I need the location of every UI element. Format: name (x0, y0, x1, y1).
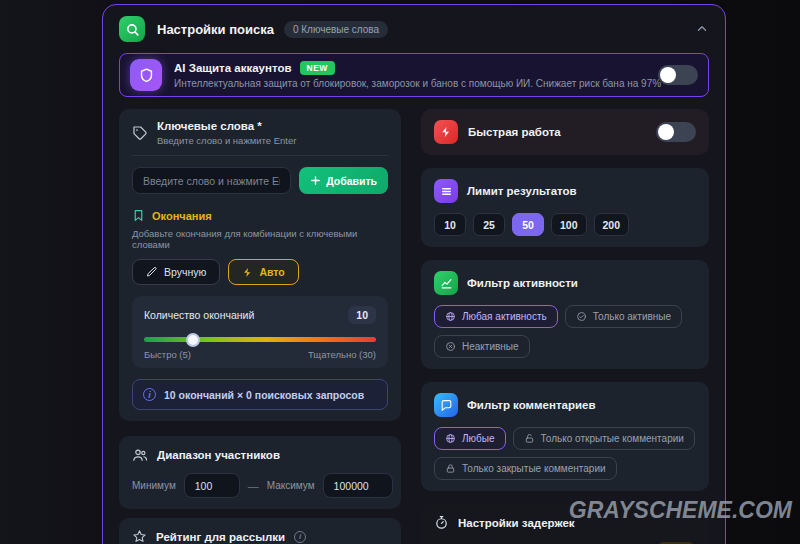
endings-count-card: Количество окончаний 10 Быстро (5) Тщате… (132, 296, 388, 368)
endings-count-slider[interactable] (144, 337, 376, 342)
search-icon (119, 16, 145, 42)
activity-filter-card: Фильтр активности Любая активность (421, 260, 709, 369)
chevron-up-icon[interactable] (695, 22, 709, 36)
auto-endings-button[interactable]: Авто (228, 259, 298, 285)
bolt-icon (434, 120, 458, 144)
limit-option-50[interactable]: 50 (512, 213, 544, 236)
pencil-icon (146, 266, 158, 278)
rating-card: Рейтинг для рассылки i 1/10 (119, 518, 401, 544)
activity-filter-title: Фильтр активности (467, 277, 578, 289)
comments-option-any[interactable]: Любые (434, 427, 506, 450)
info-icon: i (294, 531, 306, 543)
keywords-subtitle: Введите слово и нажмите Enter (157, 135, 296, 146)
max-label: Максимум (267, 480, 315, 491)
search-settings-panel: Настройки поиска 0 Ключевые слова AI Защ… (102, 4, 726, 544)
shield-icon (130, 59, 162, 91)
range-separator: — (248, 480, 259, 492)
endings-title: Окончания (152, 210, 212, 222)
fast-mode-card: Быстрая работа (421, 109, 709, 155)
lightning-icon (242, 267, 253, 278)
x-circle-icon (445, 341, 456, 352)
participants-title: Диапазон участников (157, 449, 280, 461)
comments-filter-title: Фильтр комментариев (467, 399, 596, 411)
comments-filter-card: Фильтр комментариев Любые (421, 382, 709, 491)
ai-protection-banner: AI Защита аккаунтов NEW Интеллектуальная… (119, 53, 709, 97)
activity-option-any[interactable]: Любая активность (434, 305, 558, 328)
globe-icon (445, 311, 456, 322)
users-icon (132, 447, 148, 463)
ai-banner-title: AI Защита аккаунтов (174, 62, 292, 74)
keywords-count-badge: 0 Ключевые слова (284, 21, 388, 38)
ai-banner-description: Интеллектуальная защита от блокировок, з… (174, 78, 646, 89)
new-badge: NEW (300, 61, 335, 75)
activity-option-active[interactable]: Только активные (565, 305, 682, 328)
endings-info-text: 10 окончаний × 0 поисковых запросов (164, 389, 364, 401)
panel-header: Настройки поиска 0 Ключевые слова (103, 5, 725, 51)
min-label: Минимум (132, 480, 176, 491)
endings-count-value: 10 (348, 306, 376, 324)
lock-icon (445, 463, 456, 474)
activity-option-inactive[interactable]: Неактивные (434, 335, 530, 358)
endings-info-box: i 10 окончаний × 0 поисковых запросов (132, 379, 388, 410)
keywords-title: Ключевые слова * (157, 120, 296, 132)
participants-card: Диапазон участников Минимум — Максимум (119, 436, 401, 509)
add-keyword-button[interactable]: Добавить (299, 167, 388, 194)
comments-option-closed[interactable]: Только закрытые комментарии (434, 457, 617, 480)
chart-icon (434, 271, 458, 295)
endings-count-label: Количество окончаний (144, 309, 254, 321)
fast-mode-title: Быстрая работа (468, 126, 561, 138)
plus-icon (310, 175, 321, 186)
limit-option-100[interactable]: 100 (551, 213, 587, 236)
info-icon: i (143, 388, 156, 401)
max-participants-input[interactable] (323, 473, 393, 498)
slider-min-label: Быстро (5) (144, 349, 191, 360)
results-limit-card: Лимит результатов 10 25 50 100 200 (421, 168, 709, 247)
results-limit-title: Лимит результатов (467, 185, 577, 197)
chat-icon (434, 393, 458, 417)
watermark: GRAYSCHEME.COM (569, 497, 792, 524)
keyword-input[interactable] (132, 167, 291, 194)
fast-mode-toggle[interactable] (656, 122, 696, 142)
stopwatch-icon (434, 515, 449, 530)
min-participants-input[interactable] (184, 473, 240, 498)
globe-icon (445, 433, 456, 444)
rating-title: Рейтинг для рассылки (156, 531, 285, 543)
page-title: Настройки поиска (157, 22, 274, 37)
limit-option-25[interactable]: 25 (473, 213, 505, 236)
tag-icon (132, 125, 148, 141)
slider-max-label: Тщательно (30) (308, 349, 376, 360)
star-icon (132, 529, 147, 544)
limit-option-200[interactable]: 200 (594, 213, 630, 236)
comments-option-open[interactable]: Только открытые комментарии (513, 427, 695, 450)
slider-thumb[interactable] (186, 333, 200, 347)
check-circle-icon (576, 311, 587, 322)
delays-title: Настройки задержек (458, 517, 575, 529)
limit-option-10[interactable]: 10 (434, 213, 466, 236)
manual-endings-button[interactable]: Вручную (132, 259, 220, 285)
ai-protection-toggle[interactable] (658, 65, 698, 85)
list-icon (434, 179, 458, 203)
unlock-icon (524, 433, 535, 444)
keywords-card: Ключевые слова * Введите слово и нажмите… (119, 109, 401, 421)
bookmark-icon (132, 209, 145, 222)
endings-subtitle: Добавьте окончания для комбинации с ключ… (132, 228, 388, 250)
